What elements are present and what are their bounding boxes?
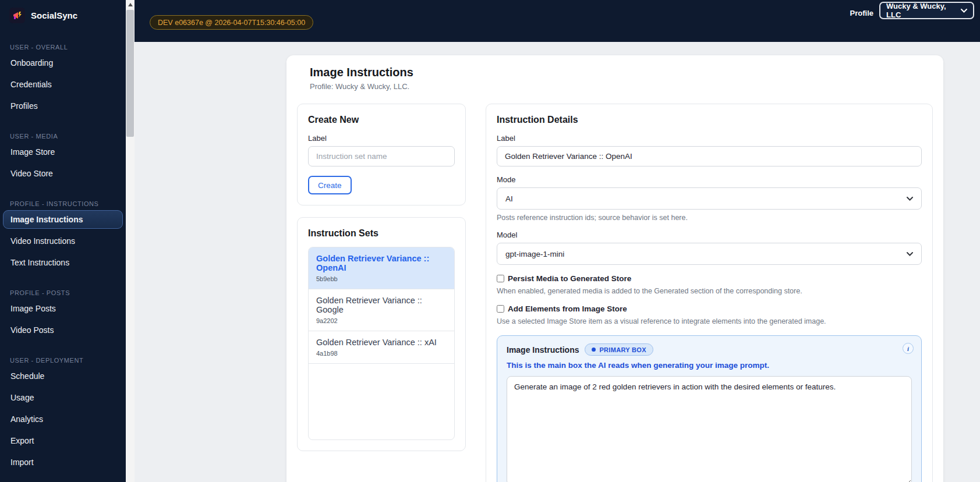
- persist-media-helper: When enabled, generated media is added t…: [497, 287, 922, 295]
- profile-selector: Profile Wucky & Wucky, LLC: [850, 2, 974, 19]
- brand: SocialSync: [3, 0, 123, 31]
- app-title: SocialSync: [31, 10, 77, 20]
- profile-dropdown[interactable]: Wucky & Wucky, LLC: [879, 2, 974, 19]
- add-elements-row: Add Elements from Image Store: [497, 304, 922, 313]
- mode-field-label: Mode: [497, 175, 922, 184]
- nav-section-profile-instructions: PROFILE - INSTRUCTIONS: [10, 200, 123, 207]
- sidebar-item-credentials[interactable]: Credentials: [3, 75, 123, 94]
- main-area: DEV e06367e @ 2026-04-07T15:30:46-05:00 …: [135, 0, 980, 482]
- model-select-value: gpt-image-1-mini: [505, 250, 564, 258]
- add-elements-label: Add Elements from Image Store: [508, 304, 627, 313]
- primary-box-description: This is the main box the AI reads when g…: [507, 361, 912, 370]
- sidebar-item-video-instructions[interactable]: Video Instructions: [3, 232, 123, 250]
- sidebar-item-usage[interactable]: Usage: [3, 388, 123, 407]
- add-elements-helper: Use a selected Image Store item as a vis…: [497, 317, 922, 325]
- set-label: Golden Retriever Variance :: Google: [316, 296, 447, 314]
- add-elements-checkbox[interactable]: [497, 305, 504, 313]
- sidebar-item-analytics[interactable]: Analytics: [3, 410, 123, 428]
- profile-dropdown-value: Wucky & Wucky, LLC: [886, 2, 961, 19]
- page-head: Image Instructions Profile: Wucky & Wuck…: [310, 66, 933, 91]
- create-new-panel: Create New Label Create: [297, 104, 466, 205]
- primary-box-badge-label: PRIMARY BOX: [599, 346, 646, 353]
- dot-icon: [592, 348, 596, 352]
- create-label: Label: [308, 134, 455, 143]
- nav-section-user-deployment: USER - DEPLOYMENT: [10, 357, 123, 364]
- sidebar-item-import[interactable]: Import: [3, 453, 123, 472]
- image-instructions-primary-box: Image Instructions PRIMARY BOX i This is…: [497, 335, 922, 482]
- chevron-down-icon: [907, 197, 913, 201]
- page-title: Image Instructions: [310, 66, 933, 79]
- scrollbar-thumb[interactable]: [126, 10, 134, 137]
- info-icon[interactable]: i: [903, 343, 914, 354]
- top-header: DEV e06367e @ 2026-04-07T15:30:46-05:00 …: [135, 0, 980, 42]
- sidebar-item-export[interactable]: Export: [3, 431, 123, 450]
- vertical-scrollbar[interactable]: [126, 0, 135, 482]
- model-select[interactable]: gpt-image-1-mini: [497, 243, 922, 265]
- content-area: Image Instructions Profile: Wucky & Wuck…: [135, 42, 980, 482]
- socialsync-logo-icon: [9, 8, 25, 23]
- persist-media-row: Persist Media to Generated Store: [497, 274, 922, 283]
- primary-box-header: Image Instructions PRIMARY BOX: [507, 343, 912, 356]
- instruction-details-panel: Instruction Details Label Mode AI Posts …: [486, 104, 933, 482]
- set-label: Golden Retriever Variance :: OpenAI: [316, 254, 447, 272]
- chevron-down-icon: [907, 252, 913, 256]
- mode-select[interactable]: AI: [497, 187, 922, 210]
- nav-section-user-overall: USER - OVERALL: [10, 44, 123, 51]
- details-label-input[interactable]: [497, 146, 922, 166]
- page-card: Image Instructions Profile: Wucky & Wuck…: [286, 55, 943, 482]
- create-new-title: Create New: [308, 115, 455, 125]
- image-instructions-textarea[interactable]: Generate an image of 2 red golden retrie…: [507, 376, 912, 482]
- model-field-label: Model: [497, 231, 922, 239]
- set-label: Golden Retriever Variance :: xAI: [316, 338, 447, 347]
- instruction-details-title: Instruction Details: [497, 115, 922, 125]
- sidebar-item-image-store[interactable]: Image Store: [3, 143, 123, 161]
- list-item-openai[interactable]: Golden Retriever Variance :: OpenAI 5b9e…: [309, 247, 454, 289]
- set-id: 5b9ebb: [316, 275, 447, 282]
- list-item-google[interactable]: Golden Retriever Variance :: Google 9a22…: [309, 289, 454, 331]
- instruction-sets-title: Instruction Sets: [308, 228, 455, 239]
- sidebar-item-schedule[interactable]: Schedule: [3, 367, 123, 385]
- nav-section-user-media: USER - MEDIA: [10, 133, 123, 140]
- list-item-xai[interactable]: Golden Retriever Variance :: xAI 4a1b98: [309, 331, 454, 364]
- left-column: Create New Label Create Instruction Sets…: [297, 104, 466, 482]
- instruction-sets-list: Golden Retriever Variance :: OpenAI 5b9e…: [308, 247, 455, 440]
- profile-label: Profile: [850, 9, 873, 17]
- sidebar-item-video-store[interactable]: Video Store: [3, 164, 123, 183]
- sidebar-item-profiles[interactable]: Profiles: [3, 97, 123, 115]
- page-subtitle: Profile: Wucky & Wucky, LLC.: [310, 82, 933, 91]
- set-id: 4a1b98: [316, 350, 447, 357]
- scroll-up-arrow-icon: [128, 3, 133, 6]
- details-label-field-label: Label: [497, 134, 922, 143]
- mode-select-value: AI: [505, 194, 513, 203]
- sidebar-item-video-posts[interactable]: Video Posts: [3, 321, 123, 339]
- primary-box-badge: PRIMARY BOX: [585, 343, 653, 356]
- sidebar-item-onboarding[interactable]: Onboarding: [3, 54, 123, 72]
- sidebar-item-text-instructions[interactable]: Text Instructions: [3, 253, 123, 272]
- dev-build-badge: DEV e06367e @ 2026-04-07T15:30:46-05:00: [150, 15, 313, 30]
- scroll-up-button[interactable]: [126, 0, 135, 9]
- sidebar-item-image-instructions[interactable]: Image Instructions: [3, 210, 123, 229]
- nav-section-profile-posts: PROFILE - POSTS: [10, 289, 123, 296]
- create-button[interactable]: Create: [308, 176, 352, 194]
- app-root: SocialSync USER - OVERALL Onboarding Cre…: [0, 0, 980, 482]
- primary-box-title: Image Instructions: [507, 345, 579, 355]
- set-id: 9a2202: [316, 317, 447, 324]
- right-column: Instruction Details Label Mode AI Posts …: [486, 104, 933, 482]
- instruction-sets-panel: Instruction Sets Golden Retriever Varian…: [297, 217, 466, 451]
- sidebar: SocialSync USER - OVERALL Onboarding Cre…: [0, 0, 126, 482]
- sidebar-item-image-posts[interactable]: Image Posts: [3, 299, 123, 318]
- mode-helper-text: Posts reference instruction ids; source …: [497, 214, 922, 222]
- persist-media-checkbox[interactable]: [497, 275, 504, 282]
- chevron-down-icon: [961, 9, 967, 13]
- persist-media-label: Persist Media to Generated Store: [508, 274, 631, 283]
- instruction-set-name-input[interactable]: [308, 146, 455, 166]
